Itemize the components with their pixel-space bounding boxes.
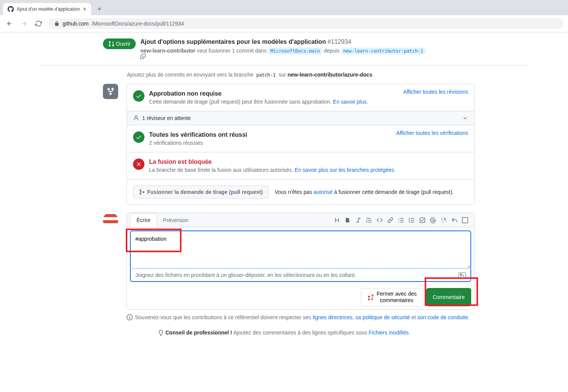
reload-button[interactable] bbox=[34, 19, 43, 29]
authorized-link[interactable]: autorisé bbox=[314, 189, 333, 195]
check-icon bbox=[133, 131, 144, 143]
comment-tabs: Écrire Préversion bbox=[127, 213, 474, 227]
url-path: /MicrosoftDocs/azure-docs/pull/112934 bbox=[91, 21, 184, 27]
lock-icon bbox=[54, 21, 59, 26]
git-pull-request-icon bbox=[108, 41, 114, 47]
url-host: github.com bbox=[63, 21, 88, 27]
nav-bar: github.com/MicrosoftDocs/azure-docs/pull… bbox=[0, 15, 568, 32]
forward-button[interactable] bbox=[19, 19, 29, 29]
blocked-section: La fusion est bloquée La branche de base… bbox=[127, 152, 474, 179]
attach-bar[interactable]: Joignez des fichiers en procédant à un g… bbox=[130, 269, 471, 282]
repo-name: new-learn-contributor/azure-docs bbox=[287, 72, 372, 78]
merge-box: Approbation non requise Cette demande de… bbox=[127, 84, 475, 205]
git-pull-request-closed-icon bbox=[367, 294, 374, 300]
github-favicon-icon bbox=[8, 6, 14, 12]
tab-preview[interactable]: Préversion bbox=[157, 213, 195, 227]
show-checks-link[interactable]: Afficher toutes les vérifications bbox=[396, 130, 468, 136]
submit-comment-button[interactable]: Commentaire bbox=[426, 288, 471, 306]
pr-header: Ouvrir Ajout d'options supplémentaires p… bbox=[103, 32, 528, 65]
merge-auth-text: Vous n'êtes pas autorisé à fusionner cet… bbox=[274, 189, 454, 195]
info-icon bbox=[127, 314, 133, 320]
mention-icon[interactable] bbox=[430, 217, 436, 223]
checks-section: Toutes les vérifications ont réussi 2 vé… bbox=[127, 125, 474, 152]
approval-section: Approbation non requise Cette demande de… bbox=[127, 84, 474, 111]
commit-hint: Ajoutez plus de commits en envoyant vers… bbox=[127, 72, 528, 78]
back-button[interactable] bbox=[5, 19, 14, 29]
tab-write[interactable]: Écrire bbox=[130, 213, 157, 227]
x-icon bbox=[133, 158, 144, 170]
protected-branches-link[interactable]: En savoir plus sur les branches protégée… bbox=[295, 167, 396, 173]
base-branch-label[interactable]: MicrosoftDocs:main bbox=[268, 48, 322, 54]
suggestion-icon[interactable] bbox=[462, 217, 468, 223]
tab-title: Ajout d'un modèle d'application bbox=[17, 6, 80, 12]
check-icon bbox=[133, 90, 144, 102]
cross-reference-icon[interactable] bbox=[441, 217, 447, 223]
bold-icon[interactable] bbox=[345, 217, 351, 223]
reviewer-bar[interactable]: 1 réviseur en attente bbox=[127, 111, 474, 125]
quote-icon[interactable] bbox=[366, 217, 372, 223]
heading-icon[interactable] bbox=[334, 217, 340, 223]
user-avatar[interactable] bbox=[103, 213, 118, 228]
pr-author[interactable]: new-learn-contributor bbox=[140, 48, 196, 54]
show-reviews-link[interactable]: Afficher toutes les révisions bbox=[403, 89, 468, 95]
unordered-list-icon[interactable] bbox=[398, 217, 404, 223]
pr-number: #112934 bbox=[327, 38, 351, 45]
ordered-list-icon[interactable] bbox=[409, 217, 415, 223]
git-merge-icon bbox=[139, 189, 145, 195]
merge-status-icon bbox=[103, 84, 118, 99]
address-bar[interactable]: github.com/MicrosoftDocs/azure-docs/pull… bbox=[48, 18, 563, 29]
link-icon[interactable] bbox=[387, 217, 393, 223]
merge-action-section: Fusionner la demande de tirage (pull req… bbox=[127, 179, 474, 205]
pr-status-badge: Ouvrir bbox=[103, 38, 136, 49]
browser-tab[interactable]: Ajout d'un modèle d'application ✕ bbox=[3, 3, 91, 15]
italic-icon[interactable] bbox=[355, 217, 361, 223]
code-icon[interactable] bbox=[377, 217, 383, 223]
comment-box: Écrire Préversion bbox=[127, 213, 475, 310]
person-icon bbox=[133, 115, 139, 121]
chevron-down-icon bbox=[462, 115, 468, 121]
guidelines-link[interactable]: lignes directrices bbox=[313, 314, 352, 320]
blocked-title: La fusion est bloquée bbox=[149, 158, 468, 165]
code-of-conduct-link[interactable]: son code de conduite bbox=[417, 314, 468, 320]
contribution-note: Souvenez-vous que les contributions à ce… bbox=[127, 314, 475, 320]
lightbulb-icon bbox=[158, 330, 164, 336]
reviewer-count: 1 réviseur en attente bbox=[142, 115, 191, 121]
head-branch-label[interactable]: new-learn-contributor:patch-1 bbox=[341, 48, 426, 54]
comment-textarea[interactable] bbox=[130, 230, 471, 269]
security-policy-link[interactable]: sa politique de sécurité bbox=[355, 314, 410, 320]
files-changed-link[interactable]: Fichiers modifiés bbox=[369, 330, 409, 336]
close-icon[interactable]: ✕ bbox=[83, 6, 87, 12]
new-tab-button[interactable]: + bbox=[94, 4, 104, 15]
pro-tip: Conseil de professionnel ! Ajoutez des c… bbox=[40, 330, 528, 336]
markdown-toolbar bbox=[334, 217, 471, 223]
learn-more-link[interactable]: En savoir plus bbox=[333, 99, 367, 105]
markdown-icon[interactable]: M↓ bbox=[458, 272, 466, 278]
reply-icon[interactable] bbox=[451, 217, 457, 223]
checks-desc: 2 vérifications réussies bbox=[149, 140, 468, 146]
pr-meta: new-learn-contributor veut fusionner 1 c… bbox=[140, 48, 428, 59]
copy-icon[interactable] bbox=[140, 54, 428, 59]
pr-title: Ajout d'options supplémentaires pour les… bbox=[140, 38, 326, 45]
task-list-icon[interactable] bbox=[419, 217, 425, 223]
merge-button: Fusionner la demande de tirage (pull req… bbox=[133, 186, 268, 198]
browser-chrome: Ajout d'un modèle d'application ✕ + gith… bbox=[0, 0, 568, 32]
tab-bar: Ajout d'un modèle d'application ✕ + bbox=[0, 0, 568, 15]
close-with-comment-button[interactable]: Fermer avec des commentaires bbox=[361, 288, 423, 306]
pr-status-label: Ouvrir bbox=[116, 41, 130, 47]
branch-code: patch-1 bbox=[255, 72, 277, 78]
